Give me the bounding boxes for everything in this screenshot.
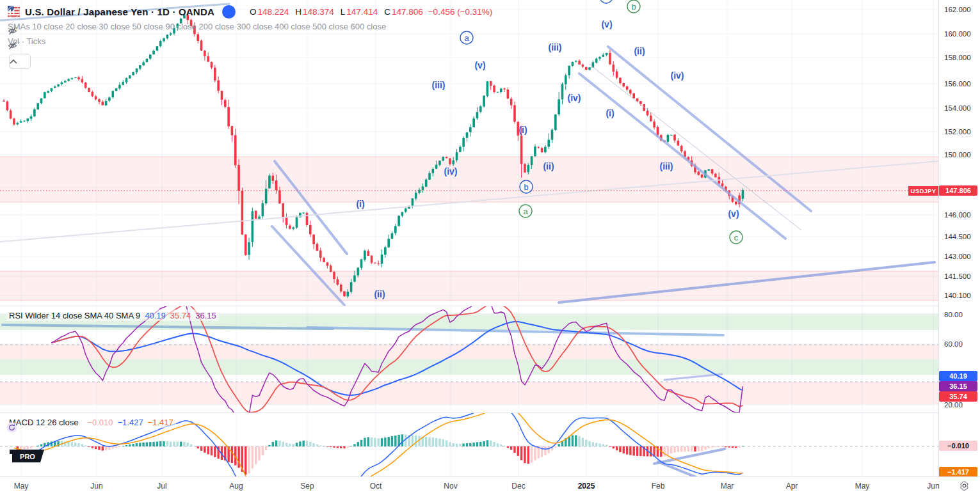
close-label: C — [384, 7, 390, 17]
elliott-wave-label[interactable]: b — [520, 180, 533, 193]
last-price-tag: 147.806 — [939, 185, 977, 196]
price-tick-label: 160.000 — [944, 30, 971, 38]
elliott-wave-label[interactable]: b — [627, 0, 640, 13]
price-tick-label: 152.000 — [944, 128, 971, 136]
chart-window: (iii)(v)(i)(ii)(iv)(i)(ii)(iii)(iv)(v)(i… — [0, 0, 980, 495]
price-tick-label: 154.000 — [944, 104, 971, 112]
elliott-wave-label[interactable]: (i) — [356, 199, 364, 209]
macd-title[interactable]: MACD 12 26 close — [9, 418, 78, 427]
chevron-up-icon — [10, 59, 17, 64]
svg-text:(i): (i) — [518, 125, 527, 135]
svg-text:(iv): (iv) — [568, 93, 581, 103]
elliott-wave-label[interactable]: (v) — [601, 19, 612, 29]
last-price-symbol-tag: USDJPY — [908, 186, 938, 196]
elliott-wave-label[interactable]: (iii) — [432, 80, 446, 90]
time-axis-year-label: 2025 — [578, 482, 595, 491]
elliott-wave-label[interactable]: (iii) — [549, 42, 562, 52]
elliott-wave-label[interactable]: (ii) — [543, 161, 554, 171]
elliott-wave-label[interactable]: (v) — [728, 208, 739, 219]
elliott-wave-label[interactable]: (iii) — [660, 161, 673, 171]
elliott-wave-label[interactable]: (i) — [606, 108, 614, 118]
svg-text:a: a — [523, 207, 528, 216]
elliott-wave-label[interactable]: (iv) — [444, 166, 458, 177]
rsi-sma9-value: 35.74 — [170, 311, 191, 320]
rsi-value-tag: 35.74 — [939, 391, 977, 402]
smas-legend[interactable]: SMAs 10 close 20 close 30 close 50 close… — [8, 22, 386, 31]
time-axis-month-label: Feb — [652, 482, 665, 491]
high-label: H — [295, 7, 301, 17]
elliott-wave-label[interactable]: (i) — [518, 125, 527, 135]
legend-area: U.S. Dollar / Japanese Yen · 1D · OANDA … — [8, 4, 492, 49]
svg-text:(ii): (ii) — [543, 161, 554, 171]
macd-hist-value: −0.010 — [87, 418, 113, 427]
ohlc-values: O 148.224 H 148.374 L 147.414 C 147.806 … — [245, 7, 492, 17]
close-value: 147.806 — [392, 7, 423, 17]
high-value: 148.374 — [303, 7, 334, 17]
time-axis-month-label: May — [855, 482, 870, 491]
time-axis-month-label: Mar — [721, 482, 734, 491]
pane-divider[interactable] — [0, 412, 938, 413]
svg-text:(ii): (ii) — [634, 46, 645, 56]
pane-divider[interactable] — [0, 306, 938, 306]
low-label: L — [341, 7, 346, 17]
rsi-pane[interactable] — [0, 306, 938, 412]
svg-text:(i): (i) — [606, 108, 614, 118]
rsi-legend: RSI Wilder 14 close SMA 40 SMA 9 40.19 3… — [6, 310, 219, 321]
symbol-title[interactable]: U.S. Dollar / Japanese Yen · 1D · OANDA — [25, 6, 214, 17]
svg-text:(v): (v) — [601, 19, 612, 29]
svg-text:(ii): (ii) — [374, 289, 385, 299]
time-axis-month-label: Nov — [444, 482, 457, 491]
time-axis[interactable]: MayJunJulAugSepOctNovDec2025FebMarAprMay… — [0, 476, 980, 495]
elliott-wave-label[interactable]: a — [519, 205, 532, 217]
rsi-title[interactable]: RSI Wilder 14 close SMA 40 SMA 9 — [9, 311, 140, 320]
time-axis-month-label: Jul — [157, 482, 166, 491]
open-value: 148.224 — [257, 7, 289, 17]
svg-text:(iii): (iii) — [660, 161, 673, 171]
rsi-sma40-value: 40.19 — [145, 311, 166, 320]
time-axis-month-label: Jun — [927, 482, 939, 491]
time-axis-month-label: Aug — [229, 482, 243, 491]
replay-rewind-button[interactable] — [222, 5, 236, 19]
collapse-pane-button[interactable] — [9, 54, 31, 69]
time-axis-month-label: Sep — [300, 482, 314, 491]
macd-value-tag: −0.010 — [939, 441, 977, 451]
price-tick-label: 156.000 — [944, 80, 971, 88]
rsi-value: 36.15 — [195, 311, 216, 320]
price-axis[interactable]: 162.000160.000158.000156.000154.000152.0… — [939, 0, 980, 476]
symbol-row: U.S. Dollar / Japanese Yen · 1D · OANDA … — [8, 4, 492, 19]
elliott-wave-label[interactable]: c — [730, 231, 743, 244]
price-tick-label: 158.000 — [944, 54, 971, 61]
rsi-tick-label: 60.00 — [944, 340, 963, 348]
low-value: 147.414 — [346, 7, 378, 17]
rsi-tick-label: 20.00 — [944, 401, 963, 409]
rsi-value-tag: 36.15 — [939, 381, 977, 391]
elliott-wave-label[interactable]: (v) — [474, 60, 485, 70]
macd-legend: MACD 12 26 close −0.010 −1.427 −1.417 — [6, 416, 176, 428]
time-axis-month-label: Jun — [90, 482, 102, 491]
macd-signal-value: −1.417 — [148, 418, 173, 427]
elliott-wave-label[interactable]: (ii) — [374, 289, 385, 299]
elliott-wave-label[interactable]: (iv) — [568, 93, 581, 103]
price-tick-label: 140.100 — [944, 292, 971, 299]
svg-text:(i): (i) — [356, 199, 364, 209]
rsi-value-tag: 40.19 — [939, 371, 977, 381]
macd-line-value: −1.427 — [118, 418, 143, 427]
svg-text:(iv): (iv) — [444, 166, 458, 177]
open-label: O — [250, 7, 257, 17]
time-axis-month-label: Dec — [511, 482, 525, 491]
time-axis-month-label: May — [14, 482, 29, 491]
time-axis-month-label: Oct — [370, 482, 382, 491]
svg-text:(iii): (iii) — [432, 80, 446, 90]
svg-text:(iii): (iii) — [549, 42, 562, 52]
price-tick-label: 150.000 — [944, 151, 971, 159]
rsi-tick-label: 80.00 — [944, 311, 963, 318]
svg-text:(v): (v) — [728, 208, 739, 219]
svg-text:b: b — [524, 182, 528, 192]
svg-text:(iv): (iv) — [671, 70, 684, 81]
svg-text:(v): (v) — [474, 60, 485, 70]
price-tick-label: 141.500 — [944, 272, 971, 280]
elliott-wave-label[interactable]: (iv) — [671, 70, 684, 81]
elliott-wave-label[interactable]: (ii) — [634, 46, 645, 56]
elliott-wave-label[interactable] — [600, 0, 613, 3]
price-tick-label: 143.000 — [944, 253, 971, 260]
